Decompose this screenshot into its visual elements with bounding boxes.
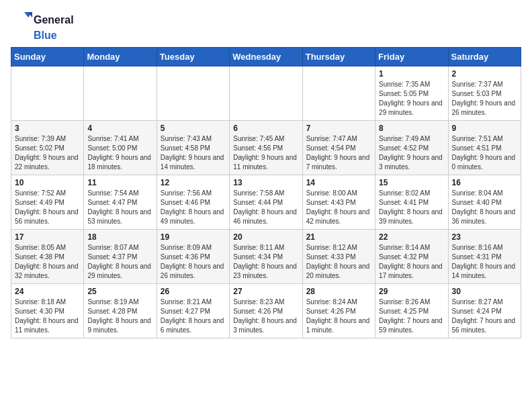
day-number: 2 bbox=[452, 69, 517, 79]
calendar-cell: 14Sunrise: 8:00 AM Sunset: 4:43 PM Dayli… bbox=[302, 175, 375, 230]
day-number: 18 bbox=[87, 232, 152, 242]
day-number: 19 bbox=[161, 232, 226, 242]
calendar-cell: 23Sunrise: 8:16 AM Sunset: 4:31 PM Dayli… bbox=[448, 230, 521, 284]
day-number: 3 bbox=[15, 124, 80, 133]
day-info: Sunrise: 7:52 AM Sunset: 4:49 PM Dayligh… bbox=[15, 189, 80, 226]
logo: General Blue bbox=[11, 11, 74, 42]
calendar-week-4: 17Sunrise: 8:05 AM Sunset: 4:38 PM Dayli… bbox=[11, 230, 521, 284]
day-info: Sunrise: 8:04 AM Sunset: 4:40 PM Dayligh… bbox=[452, 189, 517, 226]
calendar-cell: 19Sunrise: 8:09 AM Sunset: 4:36 PM Dayli… bbox=[157, 230, 229, 284]
day-info: Sunrise: 8:24 AM Sunset: 4:26 PM Dayligh… bbox=[306, 298, 371, 335]
calendar-cell bbox=[11, 66, 84, 121]
day-number: 24 bbox=[15, 287, 80, 296]
calendar-cell bbox=[302, 66, 375, 121]
day-info: Sunrise: 7:37 AM Sunset: 5:03 PM Dayligh… bbox=[452, 80, 517, 118]
day-info: Sunrise: 8:26 AM Sunset: 4:25 PM Dayligh… bbox=[379, 298, 444, 335]
day-number: 15 bbox=[379, 178, 444, 187]
calendar-table: SundayMondayTuesdayWednesdayThursdayFrid… bbox=[11, 47, 521, 338]
day-number: 1 bbox=[379, 69, 444, 79]
calendar-cell: 25Sunrise: 8:19 AM Sunset: 4:28 PM Dayli… bbox=[84, 284, 157, 338]
day-number: 14 bbox=[306, 178, 371, 187]
calendar-cell: 2Sunrise: 7:37 AM Sunset: 5:03 PM Daylig… bbox=[448, 66, 521, 121]
logo-bird-icon bbox=[11, 11, 32, 30]
calendar-cell bbox=[157, 66, 229, 121]
weekday-header-monday: Monday bbox=[84, 48, 157, 66]
calendar-cell: 11Sunrise: 7:54 AM Sunset: 4:47 PM Dayli… bbox=[84, 175, 157, 230]
weekday-header-sunday: Sunday bbox=[11, 48, 84, 66]
day-info: Sunrise: 7:56 AM Sunset: 4:46 PM Dayligh… bbox=[161, 189, 226, 226]
weekday-header-saturday: Saturday bbox=[448, 48, 521, 66]
day-info: Sunrise: 8:12 AM Sunset: 4:33 PM Dayligh… bbox=[306, 243, 371, 281]
day-info: Sunrise: 8:00 AM Sunset: 4:43 PM Dayligh… bbox=[306, 189, 371, 226]
day-info: Sunrise: 8:07 AM Sunset: 4:37 PM Dayligh… bbox=[87, 243, 152, 281]
day-number: 16 bbox=[452, 178, 517, 187]
day-number: 30 bbox=[452, 287, 517, 296]
day-number: 8 bbox=[379, 124, 444, 133]
day-number: 17 bbox=[15, 232, 80, 242]
day-info: Sunrise: 7:54 AM Sunset: 4:47 PM Dayligh… bbox=[87, 189, 152, 226]
calendar-cell: 15Sunrise: 8:02 AM Sunset: 4:41 PM Dayli… bbox=[375, 175, 448, 230]
day-number: 9 bbox=[452, 124, 517, 133]
calendar-cell: 3Sunrise: 7:39 AM Sunset: 5:02 PM Daylig… bbox=[11, 121, 84, 175]
day-info: Sunrise: 8:21 AM Sunset: 4:27 PM Dayligh… bbox=[161, 298, 226, 335]
calendar-cell: 26Sunrise: 8:21 AM Sunset: 4:27 PM Dayli… bbox=[157, 284, 229, 338]
day-info: Sunrise: 7:58 AM Sunset: 4:44 PM Dayligh… bbox=[233, 189, 298, 226]
calendar-header: SundayMondayTuesdayWednesdayThursdayFrid… bbox=[11, 48, 521, 66]
day-number: 25 bbox=[87, 287, 152, 296]
day-info: Sunrise: 8:19 AM Sunset: 4:28 PM Dayligh… bbox=[87, 298, 152, 335]
calendar-cell: 4Sunrise: 7:41 AM Sunset: 5:00 PM Daylig… bbox=[84, 121, 157, 175]
calendar-cell: 22Sunrise: 8:14 AM Sunset: 4:32 PM Dayli… bbox=[375, 230, 448, 284]
day-info: Sunrise: 7:41 AM Sunset: 5:00 PM Dayligh… bbox=[87, 134, 152, 172]
day-info: Sunrise: 8:09 AM Sunset: 4:36 PM Dayligh… bbox=[161, 243, 226, 281]
calendar-cell: 6Sunrise: 7:45 AM Sunset: 4:56 PM Daylig… bbox=[230, 121, 302, 175]
day-number: 22 bbox=[379, 232, 444, 242]
day-number: 29 bbox=[379, 287, 444, 296]
day-info: Sunrise: 7:39 AM Sunset: 5:02 PM Dayligh… bbox=[15, 134, 80, 172]
calendar-cell: 8Sunrise: 7:49 AM Sunset: 4:52 PM Daylig… bbox=[375, 121, 448, 175]
day-info: Sunrise: 8:23 AM Sunset: 4:26 PM Dayligh… bbox=[233, 298, 298, 335]
calendar-cell: 1Sunrise: 7:35 AM Sunset: 5:05 PM Daylig… bbox=[375, 66, 448, 121]
calendar-cell: 30Sunrise: 8:27 AM Sunset: 4:24 PM Dayli… bbox=[448, 284, 521, 338]
day-number: 7 bbox=[306, 124, 371, 133]
day-number: 10 bbox=[15, 178, 80, 187]
day-info: Sunrise: 8:27 AM Sunset: 4:24 PM Dayligh… bbox=[452, 298, 517, 335]
calendar-cell: 9Sunrise: 7:51 AM Sunset: 4:51 PM Daylig… bbox=[448, 121, 521, 175]
day-info: Sunrise: 8:05 AM Sunset: 4:38 PM Dayligh… bbox=[15, 243, 80, 281]
day-info: Sunrise: 7:35 AM Sunset: 5:05 PM Dayligh… bbox=[379, 80, 444, 118]
calendar-cell bbox=[84, 66, 157, 121]
day-number: 20 bbox=[233, 232, 298, 242]
calendar-cell: 5Sunrise: 7:43 AM Sunset: 4:58 PM Daylig… bbox=[157, 121, 229, 175]
calendar-cell: 13Sunrise: 7:58 AM Sunset: 4:44 PM Dayli… bbox=[230, 175, 302, 230]
day-info: Sunrise: 7:49 AM Sunset: 4:52 PM Dayligh… bbox=[379, 134, 444, 172]
calendar-cell: 20Sunrise: 8:11 AM Sunset: 4:34 PM Dayli… bbox=[230, 230, 302, 284]
day-info: Sunrise: 7:51 AM Sunset: 4:51 PM Dayligh… bbox=[452, 134, 517, 172]
calendar-cell: 18Sunrise: 8:07 AM Sunset: 4:37 PM Dayli… bbox=[84, 230, 157, 284]
day-number: 11 bbox=[87, 178, 152, 187]
weekday-header-friday: Friday bbox=[375, 48, 448, 66]
weekday-header-row: SundayMondayTuesdayWednesdayThursdayFrid… bbox=[11, 48, 521, 66]
calendar-week-2: 3Sunrise: 7:39 AM Sunset: 5:02 PM Daylig… bbox=[11, 121, 521, 175]
day-info: Sunrise: 7:45 AM Sunset: 4:56 PM Dayligh… bbox=[233, 134, 298, 172]
calendar-cell: 17Sunrise: 8:05 AM Sunset: 4:38 PM Dayli… bbox=[11, 230, 84, 284]
calendar-cell: 29Sunrise: 8:26 AM Sunset: 4:25 PM Dayli… bbox=[375, 284, 448, 338]
calendar-cell: 16Sunrise: 8:04 AM Sunset: 4:40 PM Dayli… bbox=[448, 175, 521, 230]
day-number: 26 bbox=[161, 287, 226, 296]
day-number: 5 bbox=[161, 124, 226, 133]
weekday-header-tuesday: Tuesday bbox=[157, 48, 229, 66]
day-info: Sunrise: 8:18 AM Sunset: 4:30 PM Dayligh… bbox=[15, 298, 80, 335]
calendar-week-1: 1Sunrise: 7:35 AM Sunset: 5:05 PM Daylig… bbox=[11, 66, 521, 121]
weekday-header-wednesday: Wednesday bbox=[230, 48, 302, 66]
logo-blue: Blue bbox=[34, 30, 57, 42]
calendar-week-5: 24Sunrise: 8:18 AM Sunset: 4:30 PM Dayli… bbox=[11, 284, 521, 338]
calendar-cell: 28Sunrise: 8:24 AM Sunset: 4:26 PM Dayli… bbox=[302, 284, 375, 338]
calendar-cell bbox=[230, 66, 302, 121]
calendar-body: 1Sunrise: 7:35 AM Sunset: 5:05 PM Daylig… bbox=[11, 66, 521, 338]
day-number: 21 bbox=[306, 232, 371, 242]
day-number: 6 bbox=[233, 124, 298, 133]
day-number: 28 bbox=[306, 287, 371, 296]
logo-general: General bbox=[34, 14, 74, 26]
calendar-cell: 27Sunrise: 8:23 AM Sunset: 4:26 PM Dayli… bbox=[230, 284, 302, 338]
calendar-cell: 7Sunrise: 7:47 AM Sunset: 4:54 PM Daylig… bbox=[302, 121, 375, 175]
day-number: 23 bbox=[452, 232, 517, 242]
calendar-cell: 24Sunrise: 8:18 AM Sunset: 4:30 PM Dayli… bbox=[11, 284, 84, 338]
